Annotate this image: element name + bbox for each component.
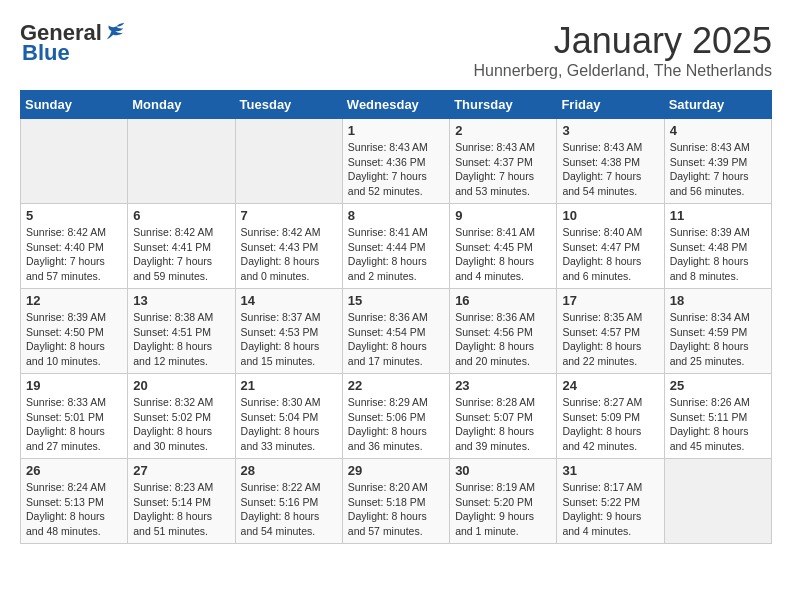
week-row-1: 1Sunrise: 8:43 AM Sunset: 4:36 PM Daylig…	[21, 119, 772, 204]
day-info: Sunrise: 8:24 AM Sunset: 5:13 PM Dayligh…	[26, 480, 122, 539]
weekday-header-monday: Monday	[128, 91, 235, 119]
calendar-cell	[664, 459, 771, 544]
calendar-cell: 20Sunrise: 8:32 AM Sunset: 5:02 PM Dayli…	[128, 374, 235, 459]
page-header: General Blue January 2025 Hunnerberg, Ge…	[20, 20, 772, 80]
day-number: 31	[562, 463, 658, 478]
calendar-cell: 6Sunrise: 8:42 AM Sunset: 4:41 PM Daylig…	[128, 204, 235, 289]
day-info: Sunrise: 8:23 AM Sunset: 5:14 PM Dayligh…	[133, 480, 229, 539]
day-info: Sunrise: 8:22 AM Sunset: 5:16 PM Dayligh…	[241, 480, 337, 539]
day-number: 22	[348, 378, 444, 393]
calendar-cell: 29Sunrise: 8:20 AM Sunset: 5:18 PM Dayli…	[342, 459, 449, 544]
day-number: 19	[26, 378, 122, 393]
weekday-header-sunday: Sunday	[21, 91, 128, 119]
calendar-cell: 27Sunrise: 8:23 AM Sunset: 5:14 PM Dayli…	[128, 459, 235, 544]
day-info: Sunrise: 8:39 AM Sunset: 4:50 PM Dayligh…	[26, 310, 122, 369]
calendar-cell: 5Sunrise: 8:42 AM Sunset: 4:40 PM Daylig…	[21, 204, 128, 289]
day-info: Sunrise: 8:36 AM Sunset: 4:56 PM Dayligh…	[455, 310, 551, 369]
calendar-cell: 1Sunrise: 8:43 AM Sunset: 4:36 PM Daylig…	[342, 119, 449, 204]
calendar-cell: 17Sunrise: 8:35 AM Sunset: 4:57 PM Dayli…	[557, 289, 664, 374]
day-info: Sunrise: 8:39 AM Sunset: 4:48 PM Dayligh…	[670, 225, 766, 284]
week-row-5: 26Sunrise: 8:24 AM Sunset: 5:13 PM Dayli…	[21, 459, 772, 544]
calendar-cell: 14Sunrise: 8:37 AM Sunset: 4:53 PM Dayli…	[235, 289, 342, 374]
calendar-cell: 25Sunrise: 8:26 AM Sunset: 5:11 PM Dayli…	[664, 374, 771, 459]
day-info: Sunrise: 8:43 AM Sunset: 4:38 PM Dayligh…	[562, 140, 658, 199]
calendar-cell	[128, 119, 235, 204]
calendar-cell: 7Sunrise: 8:42 AM Sunset: 4:43 PM Daylig…	[235, 204, 342, 289]
calendar-cell: 9Sunrise: 8:41 AM Sunset: 4:45 PM Daylig…	[450, 204, 557, 289]
calendar-cell: 10Sunrise: 8:40 AM Sunset: 4:47 PM Dayli…	[557, 204, 664, 289]
calendar-cell: 22Sunrise: 8:29 AM Sunset: 5:06 PM Dayli…	[342, 374, 449, 459]
day-number: 14	[241, 293, 337, 308]
calendar-cell: 3Sunrise: 8:43 AM Sunset: 4:38 PM Daylig…	[557, 119, 664, 204]
calendar-cell: 31Sunrise: 8:17 AM Sunset: 5:22 PM Dayli…	[557, 459, 664, 544]
calendar-cell: 26Sunrise: 8:24 AM Sunset: 5:13 PM Dayli…	[21, 459, 128, 544]
logo-bird-icon	[105, 20, 127, 42]
calendar-cell: 11Sunrise: 8:39 AM Sunset: 4:48 PM Dayli…	[664, 204, 771, 289]
weekday-header-friday: Friday	[557, 91, 664, 119]
day-number: 8	[348, 208, 444, 223]
day-number: 5	[26, 208, 122, 223]
day-info: Sunrise: 8:34 AM Sunset: 4:59 PM Dayligh…	[670, 310, 766, 369]
day-number: 25	[670, 378, 766, 393]
day-info: Sunrise: 8:40 AM Sunset: 4:47 PM Dayligh…	[562, 225, 658, 284]
week-row-3: 12Sunrise: 8:39 AM Sunset: 4:50 PM Dayli…	[21, 289, 772, 374]
weekday-header-thursday: Thursday	[450, 91, 557, 119]
weekday-header-saturday: Saturday	[664, 91, 771, 119]
day-number: 6	[133, 208, 229, 223]
day-number: 10	[562, 208, 658, 223]
calendar-cell: 4Sunrise: 8:43 AM Sunset: 4:39 PM Daylig…	[664, 119, 771, 204]
calendar-cell: 21Sunrise: 8:30 AM Sunset: 5:04 PM Dayli…	[235, 374, 342, 459]
day-info: Sunrise: 8:43 AM Sunset: 4:36 PM Dayligh…	[348, 140, 444, 199]
day-number: 23	[455, 378, 551, 393]
day-number: 17	[562, 293, 658, 308]
calendar-cell: 23Sunrise: 8:28 AM Sunset: 5:07 PM Dayli…	[450, 374, 557, 459]
calendar-cell: 15Sunrise: 8:36 AM Sunset: 4:54 PM Dayli…	[342, 289, 449, 374]
day-number: 24	[562, 378, 658, 393]
day-info: Sunrise: 8:33 AM Sunset: 5:01 PM Dayligh…	[26, 395, 122, 454]
day-info: Sunrise: 8:32 AM Sunset: 5:02 PM Dayligh…	[133, 395, 229, 454]
weekday-header-tuesday: Tuesday	[235, 91, 342, 119]
calendar-cell: 13Sunrise: 8:38 AM Sunset: 4:51 PM Dayli…	[128, 289, 235, 374]
day-info: Sunrise: 8:41 AM Sunset: 4:45 PM Dayligh…	[455, 225, 551, 284]
day-info: Sunrise: 8:43 AM Sunset: 4:37 PM Dayligh…	[455, 140, 551, 199]
day-info: Sunrise: 8:20 AM Sunset: 5:18 PM Dayligh…	[348, 480, 444, 539]
day-info: Sunrise: 8:42 AM Sunset: 4:43 PM Dayligh…	[241, 225, 337, 284]
calendar-cell: 12Sunrise: 8:39 AM Sunset: 4:50 PM Dayli…	[21, 289, 128, 374]
day-info: Sunrise: 8:41 AM Sunset: 4:44 PM Dayligh…	[348, 225, 444, 284]
weekday-header-row: SundayMondayTuesdayWednesdayThursdayFrid…	[21, 91, 772, 119]
day-number: 7	[241, 208, 337, 223]
day-number: 3	[562, 123, 658, 138]
day-number: 1	[348, 123, 444, 138]
day-info: Sunrise: 8:42 AM Sunset: 4:40 PM Dayligh…	[26, 225, 122, 284]
day-info: Sunrise: 8:38 AM Sunset: 4:51 PM Dayligh…	[133, 310, 229, 369]
day-info: Sunrise: 8:26 AM Sunset: 5:11 PM Dayligh…	[670, 395, 766, 454]
day-info: Sunrise: 8:28 AM Sunset: 5:07 PM Dayligh…	[455, 395, 551, 454]
day-info: Sunrise: 8:35 AM Sunset: 4:57 PM Dayligh…	[562, 310, 658, 369]
day-number: 4	[670, 123, 766, 138]
month-title: January 2025	[473, 20, 772, 62]
calendar-cell: 30Sunrise: 8:19 AM Sunset: 5:20 PM Dayli…	[450, 459, 557, 544]
day-number: 12	[26, 293, 122, 308]
day-info: Sunrise: 8:42 AM Sunset: 4:41 PM Dayligh…	[133, 225, 229, 284]
weekday-header-wednesday: Wednesday	[342, 91, 449, 119]
day-info: Sunrise: 8:29 AM Sunset: 5:06 PM Dayligh…	[348, 395, 444, 454]
day-info: Sunrise: 8:19 AM Sunset: 5:20 PM Dayligh…	[455, 480, 551, 539]
day-number: 15	[348, 293, 444, 308]
day-info: Sunrise: 8:30 AM Sunset: 5:04 PM Dayligh…	[241, 395, 337, 454]
calendar-cell: 8Sunrise: 8:41 AM Sunset: 4:44 PM Daylig…	[342, 204, 449, 289]
calendar-cell: 2Sunrise: 8:43 AM Sunset: 4:37 PM Daylig…	[450, 119, 557, 204]
week-row-2: 5Sunrise: 8:42 AM Sunset: 4:40 PM Daylig…	[21, 204, 772, 289]
day-number: 26	[26, 463, 122, 478]
title-block: January 2025 Hunnerberg, Gelderland, The…	[473, 20, 772, 80]
calendar-cell: 18Sunrise: 8:34 AM Sunset: 4:59 PM Dayli…	[664, 289, 771, 374]
day-number: 29	[348, 463, 444, 478]
day-number: 11	[670, 208, 766, 223]
day-info: Sunrise: 8:43 AM Sunset: 4:39 PM Dayligh…	[670, 140, 766, 199]
day-number: 21	[241, 378, 337, 393]
logo: General Blue	[20, 20, 127, 66]
location-subtitle: Hunnerberg, Gelderland, The Netherlands	[473, 62, 772, 80]
day-number: 13	[133, 293, 229, 308]
calendar-table: SundayMondayTuesdayWednesdayThursdayFrid…	[20, 90, 772, 544]
day-number: 18	[670, 293, 766, 308]
calendar-cell: 28Sunrise: 8:22 AM Sunset: 5:16 PM Dayli…	[235, 459, 342, 544]
